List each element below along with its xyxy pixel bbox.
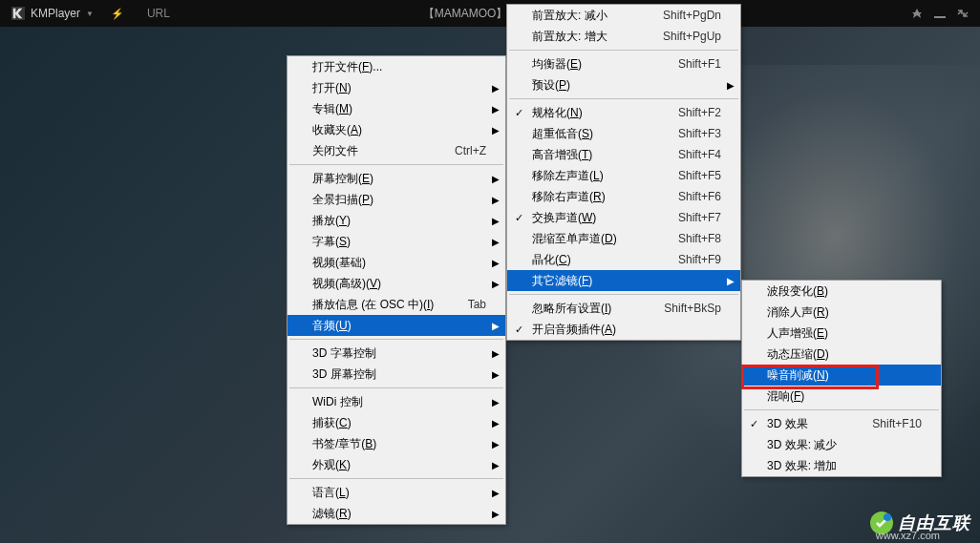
menu-item[interactable]: 混缩至单声道(D)Shift+F8 <box>507 228 740 249</box>
menu-item[interactable]: 播放(Y)▶ <box>288 210 505 231</box>
menu-item[interactable]: 消除人声(R) <box>742 302 941 323</box>
menu-item-label: 均衡器(E) <box>532 56 659 73</box>
check-icon: ✓ <box>515 212 523 224</box>
menu-item[interactable]: 晶化(C)Shift+F9 <box>507 249 740 270</box>
menu-item-label: 打开(N) <box>312 80 486 96</box>
menu-item-label: 晶化(C) <box>532 252 659 268</box>
menu-item[interactable]: 噪音削减(N) <box>742 365 941 386</box>
menu-separator <box>289 339 503 340</box>
menu-item[interactable]: 超重低音(S)Shift+F3 <box>507 123 740 144</box>
menu-item[interactable]: 动态压缩(D) <box>742 344 941 365</box>
svg-rect-1 <box>934 16 946 18</box>
kmplayer-icon <box>11 7 25 20</box>
menu-item[interactable]: 波段变化(B) <box>742 281 941 302</box>
menu-item-label: 移除右声道(R) <box>532 189 659 205</box>
menu-item-label: 收藏夹(A) <box>312 122 486 138</box>
menu-item-label: 交换声道(W) <box>532 210 659 226</box>
menu-item[interactable]: 屏幕控制(E)▶ <box>288 168 505 189</box>
menu-item[interactable]: 前置放大: 增大Shift+PgUp <box>507 26 740 47</box>
menu-item[interactable]: 专辑(M)▶ <box>288 98 505 119</box>
menu-item[interactable]: 混响(F) <box>742 386 941 407</box>
menu-item[interactable]: 字幕(S)▶ <box>288 231 505 252</box>
submenu-arrow-icon: ▶ <box>492 397 500 407</box>
menu-item[interactable]: 外观(K)▶ <box>288 454 505 475</box>
menu-item-label: 混缩至单声道(D) <box>532 231 659 247</box>
menu-item-shortcut: Shift+BkSp <box>664 302 721 315</box>
menu-item-label: 消除人声(R) <box>767 304 922 321</box>
menu-item[interactable]: 3D 字幕控制▶ <box>288 343 505 364</box>
menu-item[interactable]: 音频(U)▶ <box>288 315 505 336</box>
menu-item-label: 规格化(N) <box>532 105 659 121</box>
menu-item[interactable]: ✓交换声道(W)Shift+F7 <box>507 207 740 228</box>
lightning-icon[interactable]: ⚡ <box>111 8 124 20</box>
menu-item[interactable]: 前置放大: 减小Shift+PgDn <box>507 5 740 26</box>
menu-item[interactable]: 3D 屏幕控制▶ <box>288 364 505 385</box>
dropdown-icon[interactable]: ▼ <box>86 10 94 18</box>
menu-item[interactable]: 预设(P)▶ <box>507 74 740 95</box>
url-label[interactable]: URL <box>147 7 170 20</box>
maximize-icon[interactable] <box>957 8 969 19</box>
submenu-arrow-icon: ▶ <box>492 258 500 268</box>
menu-item-label: 移除左声道(L) <box>532 168 659 184</box>
menu-item-shortcut: Ctrl+Z <box>455 144 486 157</box>
menu-item[interactable]: 均衡器(E)Shift+F1 <box>507 53 740 74</box>
menu-item-shortcut: Shift+F10 <box>872 417 922 430</box>
menu-item-label: 3D 屏幕控制 <box>312 366 486 383</box>
menu-item[interactable]: ✓规格化(N)Shift+F2 <box>507 102 740 123</box>
window-controls <box>911 8 969 19</box>
menu-item[interactable]: 移除右声道(R)Shift+F6 <box>507 186 740 207</box>
menu-item[interactable]: 语言(L)▶ <box>288 482 505 503</box>
menu-item-shortcut: Shift+F3 <box>678 127 721 140</box>
menu-item-shortcut: Shift+PgUp <box>663 30 721 43</box>
submenu-arrow-icon: ▶ <box>492 460 500 470</box>
menu-item[interactable]: 其它滤镜(F)▶ <box>507 270 740 291</box>
menu-item-label: 人声增强(E) <box>767 325 922 342</box>
submenu-arrow-icon: ▶ <box>492 488 500 498</box>
check-icon: ✓ <box>515 107 523 119</box>
menu-item-label: 3D 效果: 减少 <box>767 437 922 453</box>
minimize-icon[interactable] <box>934 8 946 19</box>
menu-item[interactable]: 打开文件(F)... <box>288 56 505 77</box>
menu-item[interactable]: 3D 效果: 减少 <box>742 434 941 455</box>
menu-item[interactable]: 人声增强(E) <box>742 323 941 344</box>
menu-separator <box>289 387 503 388</box>
menu-item[interactable]: 全景扫描(P)▶ <box>288 189 505 210</box>
menu-item[interactable]: 播放信息 (在 OSC 中)(I)Tab <box>288 294 505 315</box>
menu-item-label: 全景扫描(P) <box>312 192 486 208</box>
check-icon: ✓ <box>750 418 758 430</box>
menu-item-label: 捕获(C) <box>312 415 486 431</box>
menu-item[interactable]: ✓3D 效果Shift+F10 <box>742 413 941 434</box>
menu-item-label: 高音增强(T) <box>532 147 659 163</box>
menu-item-label: 3D 字幕控制 <box>312 345 486 362</box>
menu-item-label: 滤镜(R) <box>312 506 486 522</box>
menu-item-label: 其它滤镜(F) <box>532 273 721 289</box>
submenu-arrow-icon: ▶ <box>492 216 500 226</box>
menu-item-shortcut: Shift+F6 <box>678 190 721 203</box>
menu-item[interactable]: 捕获(C)▶ <box>288 412 505 433</box>
menu-separator <box>509 50 738 51</box>
menu-item[interactable]: WiDi 控制▶ <box>288 391 505 412</box>
menu-item[interactable]: 滤镜(R)▶ <box>288 503 505 524</box>
menu-item-label: 语言(L) <box>312 485 486 501</box>
app-logo[interactable]: KMPlayer ▼ <box>11 7 94 20</box>
menu-item[interactable]: 视频(基础)▶ <box>288 252 505 273</box>
menu-item-label: 字幕(S) <box>312 234 486 250</box>
menu-item[interactable]: 关闭文件Ctrl+Z <box>288 140 505 161</box>
menu-item-shortcut: Shift+F9 <box>678 253 721 266</box>
watermark-url: www.xz7.com <box>876 530 940 541</box>
menu-item[interactable]: 高音增强(T)Shift+F4 <box>507 144 740 165</box>
menu-item[interactable]: 书签/章节(B)▶ <box>288 433 505 454</box>
menu-item-label: 音频(U) <box>312 318 486 334</box>
menu-item[interactable]: 3D 效果: 增加 <box>742 455 941 476</box>
menu-item[interactable]: ✓开启音频插件(A) <box>507 319 740 340</box>
context-menu-filters: 波段变化(B)消除人声(R)人声增强(E)动态压缩(D)噪音削减(N)混响(F)… <box>741 280 942 477</box>
pin-icon[interactable] <box>911 8 923 19</box>
menu-item[interactable]: 视频(高级)(V)▶ <box>288 273 505 294</box>
menu-item[interactable]: 收藏夹(A)▶ <box>288 119 505 140</box>
menu-item[interactable]: 打开(N)▶ <box>288 77 505 98</box>
menu-item[interactable]: 忽略所有设置(I)Shift+BkSp <box>507 298 740 319</box>
menu-item-shortcut: Shift+PgDn <box>663 9 721 22</box>
menu-item[interactable]: 移除左声道(L)Shift+F5 <box>507 165 740 186</box>
menu-item-label: 开启音频插件(A) <box>532 322 721 338</box>
app-name: KMPlayer <box>31 7 80 20</box>
